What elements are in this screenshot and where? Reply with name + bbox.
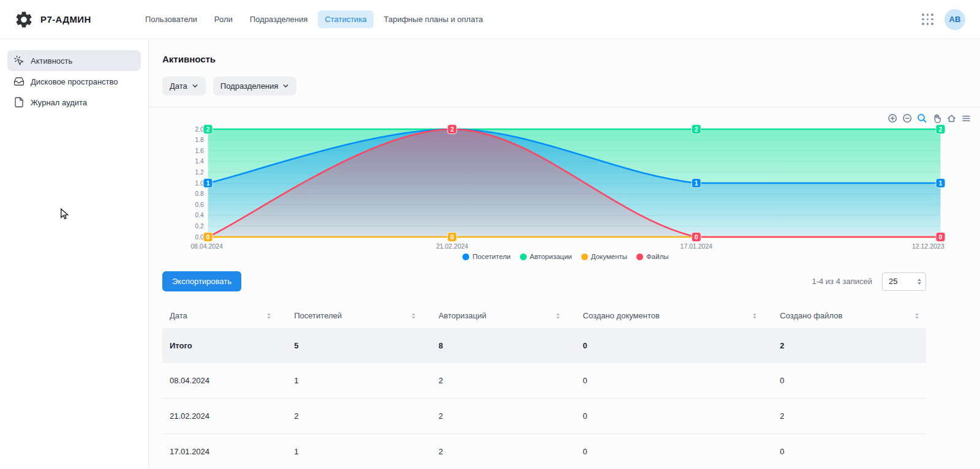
svg-text:2: 2 bbox=[450, 126, 454, 133]
selection-zoom-icon[interactable] bbox=[917, 113, 927, 124]
svg-text:1.8: 1.8 bbox=[195, 137, 204, 143]
svg-text:0: 0 bbox=[206, 234, 210, 241]
legend-dot bbox=[520, 253, 527, 260]
svg-text:0: 0 bbox=[695, 234, 698, 241]
sort-icon[interactable] bbox=[412, 313, 415, 319]
legend-item-visitors[interactable]: Посетители bbox=[462, 253, 510, 260]
svg-text:17.01.2024: 17.01.2024 bbox=[680, 242, 713, 250]
svg-text:2: 2 bbox=[939, 126, 943, 133]
nav-item-users[interactable]: Пользователи bbox=[138, 10, 204, 28]
total-label: Итого bbox=[162, 328, 287, 363]
svg-text:1: 1 bbox=[695, 180, 698, 187]
svg-text:08.04.2024: 08.04.2024 bbox=[190, 242, 223, 250]
chevron-down-icon bbox=[192, 83, 198, 89]
filters-row: Дата Подразделения bbox=[162, 77, 965, 96]
sort-icon[interactable] bbox=[915, 313, 919, 319]
svg-text:1.2: 1.2 bbox=[195, 169, 204, 176]
chart-plot[interactable]: 0.00.20.40.60.81.01.21.41.61.82.008.04.2… bbox=[160, 122, 971, 252]
table-row: 08.04.2024 1 2 0 0 bbox=[162, 363, 926, 399]
header-right: АВ bbox=[922, 9, 965, 30]
svg-text:0.6: 0.6 bbox=[195, 201, 204, 208]
column-header-date[interactable]: Дата bbox=[162, 305, 287, 328]
sidebar-item-audit-log[interactable]: Журнал аудита bbox=[7, 92, 141, 113]
zoom-in-icon[interactable] bbox=[888, 113, 898, 124]
sidebar-item-activity[interactable]: Активность bbox=[7, 50, 141, 71]
svg-text:2: 2 bbox=[695, 126, 698, 133]
sort-icon[interactable] bbox=[556, 313, 560, 319]
main-content: Активность Дата Подразделения bbox=[149, 39, 980, 469]
sidebar-item-disk-space[interactable]: Дисковое пространство bbox=[7, 71, 141, 92]
svg-text:1.0: 1.0 bbox=[195, 180, 204, 187]
column-header-files[interactable]: Создано файлов bbox=[772, 305, 926, 328]
svg-text:1.4: 1.4 bbox=[195, 158, 204, 165]
nav-item-tariffs[interactable]: Тарифные планы и оплата bbox=[377, 10, 490, 28]
table-header: Дата Посетителей Авторизаций Создано док… bbox=[162, 305, 926, 328]
nav-item-departments[interactable]: Подразделения bbox=[243, 10, 315, 28]
sidebar-item-label: Журнал аудита bbox=[31, 98, 87, 107]
apps-grid-icon[interactable] bbox=[922, 13, 933, 25]
spinner-icon[interactable] bbox=[918, 279, 921, 285]
svg-text:2: 2 bbox=[206, 126, 210, 133]
total-value: 8 bbox=[431, 328, 576, 363]
sidebar-item-label: Активность bbox=[31, 56, 72, 66]
records-info: 1-4 из 4 записей bbox=[812, 277, 872, 286]
activity-click-icon bbox=[13, 55, 24, 66]
legend-dot bbox=[581, 253, 588, 260]
disk-icon bbox=[13, 76, 24, 87]
app-logo[interactable]: Р7-АДМИН bbox=[13, 9, 138, 30]
column-header-documents[interactable]: Создано документов bbox=[576, 305, 773, 328]
page-size-value: 25 bbox=[889, 277, 897, 286]
svg-text:0.8: 0.8 bbox=[195, 190, 204, 197]
svg-text:2.0: 2.0 bbox=[195, 126, 204, 133]
svg-text:12.12.2023: 12.12.2023 bbox=[912, 242, 944, 250]
nav-item-roles[interactable]: Роли bbox=[208, 10, 239, 28]
filter-label: Подразделения bbox=[221, 81, 279, 91]
app-header: Р7-АДМИН Пользователи Роли Подразделения… bbox=[0, 0, 980, 39]
page-size-select[interactable]: 25 bbox=[882, 272, 926, 291]
pan-icon[interactable] bbox=[932, 113, 942, 124]
legend-item-documents[interactable]: Документы bbox=[581, 253, 627, 260]
column-header-visitors[interactable]: Посетителей bbox=[287, 305, 431, 328]
gear-logo-icon bbox=[13, 9, 34, 30]
top-nav: Пользователи Роли Подразделения Статисти… bbox=[138, 10, 489, 28]
table-row: 17.01.2024 1 2 0 0 bbox=[162, 434, 926, 469]
avatar[interactable]: АВ bbox=[944, 9, 965, 30]
export-button[interactable]: Экспортировать bbox=[162, 271, 241, 291]
filter-label: Дата bbox=[170, 81, 187, 91]
total-value: 2 bbox=[772, 328, 926, 363]
svg-text:1: 1 bbox=[939, 180, 943, 187]
svg-text:0.0: 0.0 bbox=[195, 234, 204, 241]
audit-file-icon bbox=[13, 97, 24, 108]
svg-text:0.4: 0.4 bbox=[195, 212, 204, 219]
svg-text:0.2: 0.2 bbox=[195, 223, 204, 230]
table-total-row: Итого 5 8 0 2 bbox=[162, 328, 926, 363]
actions-row: Экспортировать 1-4 из 4 записей 25 bbox=[149, 260, 980, 291]
legend-dot bbox=[462, 253, 469, 260]
page-title: Активность bbox=[162, 54, 965, 64]
legend-item-authorizations[interactable]: Авторизации bbox=[520, 253, 572, 260]
svg-text:1.6: 1.6 bbox=[195, 148, 204, 154]
reset-home-icon[interactable] bbox=[946, 113, 957, 124]
menu-icon[interactable] bbox=[961, 113, 971, 124]
chevron-down-icon bbox=[282, 83, 289, 89]
zoom-out-icon[interactable] bbox=[902, 113, 913, 124]
total-value: 5 bbox=[287, 328, 431, 363]
brand-title: Р7-АДМИН bbox=[40, 14, 91, 24]
sort-icon[interactable] bbox=[267, 313, 271, 319]
table-row: 21.02.2024 2 2 0 2 bbox=[162, 399, 926, 434]
activity-chart: 0.00.20.40.60.81.01.21.41.61.82.008.04.2… bbox=[149, 107, 980, 260]
column-header-authorizations[interactable]: Авторизаций bbox=[431, 305, 576, 328]
svg-text:0: 0 bbox=[450, 234, 454, 241]
nav-item-statistics[interactable]: Статистика bbox=[318, 10, 373, 28]
svg-text:0: 0 bbox=[939, 234, 943, 241]
svg-text:21.02.2024: 21.02.2024 bbox=[436, 242, 469, 250]
total-value: 0 bbox=[576, 328, 773, 363]
svg-text:1: 1 bbox=[206, 180, 210, 187]
sort-icon[interactable] bbox=[753, 313, 756, 319]
filter-date-dropdown[interactable]: Дата bbox=[162, 77, 206, 96]
legend-item-files[interactable]: Файлы bbox=[636, 253, 669, 260]
activity-table: Дата Посетителей Авторизаций Создано док… bbox=[162, 305, 926, 469]
sidebar: Активность Дисковое пространство Журнал … bbox=[0, 39, 149, 469]
filter-departments-dropdown[interactable]: Подразделения bbox=[213, 77, 297, 96]
legend-dot bbox=[636, 253, 643, 260]
